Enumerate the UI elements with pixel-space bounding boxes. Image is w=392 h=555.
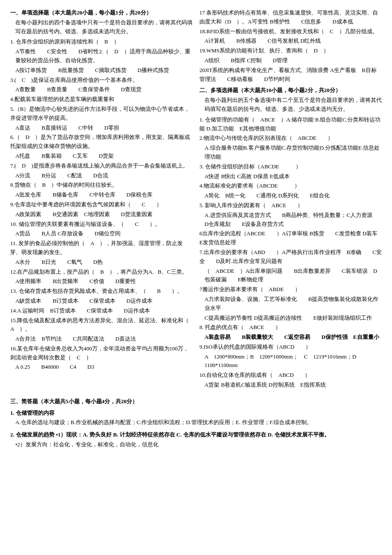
section1-desc: 在每小题列出的四个备选项中只有一个是符合题目要求的，请将其代码填写在题后的括号内… bbox=[10, 18, 193, 36]
q13-opt: A缺货成本 B订货成本 C保管成本 D运作成本 bbox=[10, 297, 193, 306]
m3-opt: A快进 B快出 C高效 D保质 E低成本 bbox=[199, 172, 382, 181]
m5: 5. 影响入库作业的因素有（ ABCE ） bbox=[199, 201, 382, 210]
m3: 3. 仓储作业组织的目标（ABCDE ） bbox=[199, 162, 382, 171]
q15-opt: A合并法 B节约法 C共同配送法 D直达法 bbox=[10, 335, 193, 344]
q7: 7.( D )是指逐步将各条输送线上输入的商品合并于一条会集输送机上。 bbox=[10, 162, 193, 171]
section3: 三、简答题（本大题共5小题，每小题4分，共20分） 1. 仓储管理的内容 A.仓… bbox=[10, 397, 382, 449]
m8: 8. 托盘的优点有（ ABCE ） bbox=[199, 323, 382, 332]
q1: 1. 仓库作业组织的原则有连续性和（ B ） bbox=[10, 38, 193, 46]
q5: 5.（B）是物流中心较先进的运作方法和手段，可以为物流中心节省成本，并促进管理水… bbox=[10, 105, 193, 123]
q3-opt: A查数量 B查质量 C查保管条件 D查现货 bbox=[10, 85, 193, 94]
m7b: （ ABCDE ）A出库单据问题 B出库数量差异 C装车错误 D包装破漏 E帐物… bbox=[199, 267, 382, 285]
s3-q1-ans: A.仓库的选址与建设；B.作业机械的选择与配置；C.作业组织和流程；D.管理技术… bbox=[10, 418, 382, 427]
q18: 18.RFID系统一般由信号接收机、发射接收天线和（ C ）几部分组成。 bbox=[199, 27, 382, 36]
q3: 3.( C )是保证在库商品使用价值的一个基本条件。 bbox=[10, 76, 193, 85]
q14: 14.A 运输时间 B订货成本 C保管成本 D运作成本 bbox=[10, 306, 193, 315]
section2-title: 二、多项选择题（本大题共10小题，每小题2分，共20分） bbox=[199, 86, 382, 95]
m6: 6出库作业的流程（ABCDE ）A订单审核 B拣货 C发货检查 D装车 E发货信… bbox=[199, 229, 382, 247]
q6: 6.（ D ）是为了货品存放空间，增加库房利用效率，用支架、隔离板或托架组成的立… bbox=[10, 133, 193, 151]
s3-q2-ans: •2）发展方向：社会化，专业化，标准化，自动化，信息化 bbox=[10, 440, 382, 449]
q9: 9.仓库选址中要考虑的环境因素包含气候因素和（ C ） bbox=[10, 200, 193, 209]
page-container: 一、单项选择题（本大题共20小题，每小题1分，共20分） 在每小题列出的四个备选… bbox=[10, 9, 382, 449]
section1-title: 一、单项选择题（本大题共20小题，每小题1分，共20分） bbox=[10, 9, 193, 17]
q8: 8.货物在（ B ）中储存的时间往往较长。 bbox=[10, 181, 193, 190]
m1: 1. 仓储管理的功能有（ ABCE ）A.储存功能 B.组合功能C.分类和转运功… bbox=[199, 116, 382, 133]
m7c: 7搬运作业的基本要求有（ ABDE ） bbox=[199, 285, 382, 294]
m9-opt: A 1200*800mm；B 1200*1000mm； C 1219*1016m… bbox=[199, 353, 382, 370]
q7-opt: A分流 B分运 C配送 D合流 bbox=[10, 171, 193, 180]
q16-opt: A 0.25 B40000 C4 D3 bbox=[10, 363, 193, 372]
q5-opt: A直达 B直接转运 C中转 D零担 bbox=[10, 124, 193, 133]
right-column: 17 条形码技术的特点有简单、信息采集速度快、可靠性高、灵活实用、自由度大和（D… bbox=[199, 9, 382, 390]
q2-opt: A按订单拣货 B批量拣货 C摘取式拣货 D播种式拣货 bbox=[10, 66, 193, 75]
m7c-opt: A力求装卸设备、设施、工艺等标准化 B提高货物集装化或散装化作业水平 bbox=[199, 295, 382, 313]
m7a: 7.出库作业的要求有（ABD ）A严格执行出库作业程序 B准确 C安全 D及时.… bbox=[199, 248, 382, 266]
m9: 9.ISO承认的托盘的国际规格有（ABCD ） bbox=[199, 343, 382, 352]
q8-opt: A批发仓库 B储备仓库 C中转仓库 D保税仓库 bbox=[10, 191, 193, 199]
q16: 16.某仓库年仓储业务总收入为400万，全年流动资金平均占用额为100万，则流动… bbox=[10, 344, 193, 362]
q11: 11. 发芽的食品必须控制他的（ A ），并加强温、湿度管理，防止发芽、萌发现象… bbox=[10, 239, 193, 257]
q19-opt: A组织 B指挥 C控制 D管理 bbox=[199, 56, 382, 65]
q1-opt: A节奏性 C安全性 D省时性2.（ D ）适用于商品品种较少、重量较轻的货品分拣… bbox=[10, 47, 193, 65]
q12-opt: A使用频率 B出货频率 C价值 D重要性 bbox=[10, 277, 193, 286]
m2: 2.物流中心与传统仓库的区别表现在（ ABCDE ） bbox=[199, 134, 382, 143]
m10: 10.自动化立体仓库的组成有（ ABCD ） bbox=[199, 371, 382, 380]
q11-opt: A水分 B日光 C氧气 D热 bbox=[10, 258, 193, 267]
q4: 4.配载装车最理想的状态是车辆的载重量和 bbox=[10, 95, 193, 104]
m10-opt: A货架 B巷道机C输送系统 D控制系统 E指挥系统 bbox=[199, 381, 382, 390]
m4-opt: A简化 B统一化 C通用化 D系列化 E组合化 bbox=[199, 191, 382, 200]
q10-opt: A货品 B人员 C存放设备 D储位空间 bbox=[10, 229, 193, 238]
section3-title: 三、简答题（本大题共5小题，每小题4分，共20分） bbox=[10, 397, 382, 406]
q12: 12.在产品规划布置上，按产品的（ B ），将产品分为A、B、C三类。 bbox=[10, 268, 193, 277]
s3-q1-num: 1. 仓储管理的内容 bbox=[10, 409, 382, 418]
q9-opt: A政策因素 B交通因素 C地理因素 D货流量因素 bbox=[10, 210, 193, 219]
two-col-layout: 一、单项选择题（本大题共20小题，每小题1分，共20分） 在每小题列出的四个备选… bbox=[10, 9, 382, 390]
m8-opt: A装盘容易 B装载量较大 C返空容易 D保护性强 E自重量小 bbox=[199, 333, 382, 342]
q13: 13. 仓储存货成本包括存货风险成本、资金占用成本、（ B ）。 bbox=[10, 287, 193, 296]
m7c-opt2: C提高搬运的节奏性 D提高搬运的连续性 E做好装卸现场组织工作 bbox=[199, 314, 382, 323]
q6-opt: A托盘 B集装箱 C叉车 D货架 bbox=[10, 152, 193, 161]
m2-opt: A.综合服务功能B.客户服务功能C.存货控制功能D.分拣配送功能E.信息处理功能 bbox=[199, 144, 382, 162]
q18-opt: A计算机 B传感器 C信号发射机 D红外线 bbox=[199, 37, 382, 46]
q17: 17 条形码技术的特点有简单、信息采集速度快、可靠性高、灵活实用、自由度大和（D… bbox=[199, 9, 382, 26]
section2-desc: 在每小题列出的五个备选项中有二个至五个是符合题目要求的，请将其代码填写在题后的括… bbox=[199, 96, 382, 114]
q19: 19.WMS系统的功能有计划、执行、查询和（ D ） bbox=[199, 46, 382, 55]
q10: 10. 储位管理的关联要素有搬运与输送设备、（ C ）。 bbox=[10, 220, 193, 229]
q20: 20JIT系统的构成有平准化生产、看板方式、消除浪费 A生产看板 B目标管理法 … bbox=[199, 66, 382, 84]
m4: 4.物流标准化的要求有（ABCDE ） bbox=[199, 182, 382, 191]
m5-opt: A.进货供应商及其送货方式 B商品种类、特性及数量；C人力资源 D仓库规划 E设… bbox=[199, 211, 382, 229]
q15: 15.降低仓储及配送成本的思考方法差异化、混合法、延迟法、标准化和（ A ）。 bbox=[10, 316, 193, 334]
s3-q2-title: 2. 仓储发展的趋势 •1）现状：A. 势头良好 B. 计划经济特征依然存在 C… bbox=[10, 431, 382, 439]
left-column: 一、单项选择题（本大题共20小题，每小题1分，共20分） 在每小题列出的四个备选… bbox=[10, 9, 193, 390]
